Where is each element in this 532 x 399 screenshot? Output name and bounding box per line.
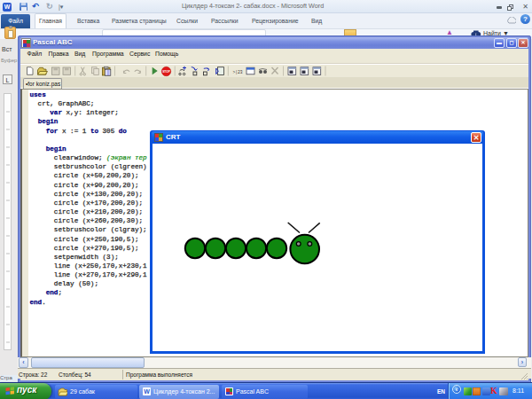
svg-text:>|23: >|23 (233, 70, 243, 74)
svg-text:STOP: STOP (162, 70, 170, 74)
